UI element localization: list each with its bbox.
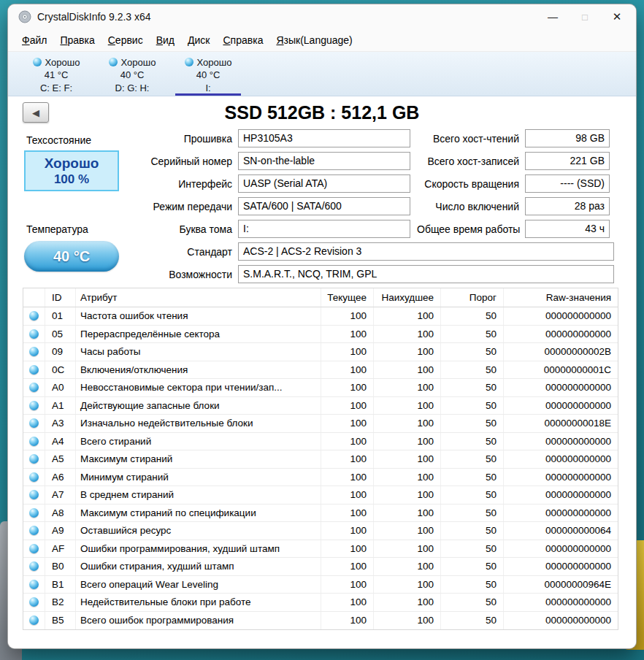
cell-raw: 000000000000 xyxy=(504,433,618,450)
cell-id: A9 xyxy=(45,522,76,540)
drive-tab-strip: Хорошо41 °CC: E: F:Хорошо40 °CD: G: H:Хо… xyxy=(8,51,636,96)
close-button[interactable]: ✕ xyxy=(601,6,633,28)
field-label: Возможности xyxy=(132,269,238,280)
cell-raw: 000000000000 xyxy=(504,540,618,558)
field-value: 98 GB xyxy=(525,129,610,147)
minimize-button[interactable]: — xyxy=(537,6,569,28)
smart-table-row[interactable]: A0Невосстановимые сектора при чтении/зап… xyxy=(23,379,618,397)
cell-worst: 100 xyxy=(374,486,441,504)
smart-table-row[interactable]: A4Всего стираний10010050000000000000 xyxy=(23,433,618,451)
attribute-status-icon xyxy=(29,472,39,482)
cell-threshold: 50 xyxy=(441,576,504,594)
header-attribute: Атрибут xyxy=(76,288,321,307)
attribute-status-icon xyxy=(29,561,39,571)
header-id: ID xyxy=(45,288,76,307)
cell-raw: 00000000001C xyxy=(504,361,618,379)
drive-tab-i[interactable]: Хорошо40 °CI: xyxy=(170,55,246,96)
smart-table-row[interactable]: A8Максимум стираний по спецификации10010… xyxy=(23,504,618,523)
smart-table-row[interactable]: A3Изначально недействительные блоки10010… xyxy=(23,415,618,433)
header-threshold: Порог xyxy=(441,288,504,307)
temperature-section-label: Температура xyxy=(26,223,88,235)
menu-item-edit[interactable]: Правка xyxy=(53,31,101,49)
tab-status-row: Хорошо xyxy=(94,55,170,69)
menu-accesskey: П xyxy=(60,34,67,46)
cell-id: A8 xyxy=(45,504,76,522)
cell-id: A5 xyxy=(45,450,76,468)
smart-table-row[interactable]: A1Действующие запасные блоки100100500000… xyxy=(23,397,618,415)
field-label: Всего хост-чтений xyxy=(417,133,525,145)
smart-table-row[interactable]: A7В среднем стираний10010050000000000000 xyxy=(23,486,618,504)
temperature-badge[interactable]: 40 °C xyxy=(24,241,119,272)
cell-worst: 100 xyxy=(374,558,441,575)
cell-worst: 100 xyxy=(374,504,441,522)
cell-status xyxy=(23,469,45,486)
cell-id: 0C xyxy=(45,361,76,379)
menu-item-disk[interactable]: Диск xyxy=(181,31,216,49)
cell-id: A4 xyxy=(45,433,76,450)
info-field-row: Скорость вращения---- (SSD) xyxy=(417,174,616,193)
drive-letters-label: D: G: H: xyxy=(94,82,170,95)
drive-tab-d-g-h[interactable]: Хорошо40 °CD: G: H: xyxy=(94,55,170,96)
attribute-status-icon xyxy=(29,365,39,375)
field-label: Число включений xyxy=(417,201,525,212)
smart-table-row[interactable]: 05Перераспределённые сектора100100500000… xyxy=(23,326,618,344)
cell-current: 100 xyxy=(321,558,374,575)
menu-item-language[interactable]: Язык(Language) xyxy=(269,31,359,49)
cell-status xyxy=(23,504,45,522)
menu-item-view[interactable]: Вид xyxy=(150,31,181,49)
smart-table-row[interactable]: 0CВключения/отключения100100500000000000… xyxy=(23,361,618,380)
field-label: Скорость вращения xyxy=(417,178,525,190)
menu-item-help[interactable]: Справка xyxy=(216,31,269,49)
cell-attribute: В среднем стираний xyxy=(76,486,321,504)
cell-worst: 100 xyxy=(374,576,441,594)
cell-id: A1 xyxy=(45,397,76,415)
attribute-status-icon xyxy=(29,580,39,589)
menu-accesskey: С xyxy=(223,34,230,46)
attribute-status-icon xyxy=(29,329,39,339)
smart-table-row[interactable]: A5Максимум стираний10010050000000000000 xyxy=(23,450,618,469)
cell-status xyxy=(23,450,45,468)
info-field-row: Всего хост-записей221 GB xyxy=(417,152,616,170)
tab-status-row: Хорошо xyxy=(170,55,246,69)
cell-status xyxy=(23,612,45,630)
field-value: SATA/600 | SATA/600 xyxy=(238,197,410,215)
field-value: 43 ч xyxy=(525,220,610,238)
smart-table-row[interactable]: 01Частота ошибок чтения10010050000000000… xyxy=(23,307,618,326)
cell-current: 100 xyxy=(321,397,374,415)
cell-threshold: 50 xyxy=(441,450,504,468)
cell-worst: 100 xyxy=(374,307,441,325)
cell-id: A6 xyxy=(45,469,76,486)
menu-accesskey: Ф xyxy=(22,34,30,46)
maximize-button[interactable]: □ xyxy=(569,6,601,28)
smart-table-row[interactable]: 09Часы работы1001005000000000002B xyxy=(23,343,618,361)
cell-status xyxy=(23,558,45,575)
drive-tab-c-e-f[interactable]: Хорошо41 °CC: E: F: xyxy=(18,55,94,96)
cell-status xyxy=(23,361,45,379)
smart-table-row[interactable]: A9Оставшийся ресурс10010050000000000064 xyxy=(23,522,618,540)
smart-table-row[interactable]: B5Всего ошибок программирования100100500… xyxy=(23,612,618,630)
cell-attribute: Частота ошибок чтения xyxy=(76,307,321,325)
cell-current: 100 xyxy=(321,433,374,450)
smart-table-row[interactable]: A6Минимум стираний10010050000000000000 xyxy=(23,469,618,487)
field-value: 221 GB xyxy=(525,152,610,170)
smart-table-row[interactable]: B1Всего операций Wear Leveling1001005000… xyxy=(23,576,618,594)
cell-worst: 100 xyxy=(374,415,441,432)
app-window: CrystalDiskInfo 9.2.3 x64 — □ ✕ ФайлПрав… xyxy=(7,4,637,649)
smart-table-row[interactable]: B0Ошибки стирания, худший штамп100100500… xyxy=(23,558,618,576)
info-field-row: Число включений28 раз xyxy=(417,197,616,215)
drive-status-label: Хорошо xyxy=(121,57,156,68)
header-worst: Наихудшее xyxy=(374,288,441,307)
cell-worst: 100 xyxy=(374,540,441,558)
health-status-box[interactable]: Хорошо 100 % xyxy=(24,150,119,191)
drive-temp-label: 41 °C xyxy=(18,69,94,82)
field-label: Интерфейс xyxy=(132,178,238,190)
menu-item-file[interactable]: Файл xyxy=(15,31,53,49)
cell-status xyxy=(23,415,45,432)
field-value: 28 раз xyxy=(525,197,610,215)
menu-item-service[interactable]: Сервис xyxy=(101,31,150,49)
cell-id: B5 xyxy=(45,612,76,630)
smart-table-row[interactable]: B2Недействительные блоки при работе10010… xyxy=(23,594,618,612)
smart-table-row[interactable]: AFОшибки программирования, худший штамп1… xyxy=(23,540,618,559)
cell-attribute: Всего ошибок программирования xyxy=(76,612,321,630)
app-icon xyxy=(18,10,31,23)
